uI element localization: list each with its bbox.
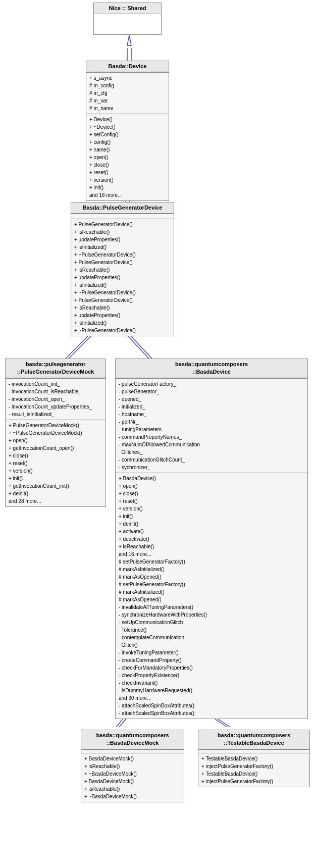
basda-device-methods: + Device() + ~Device() + setConfig() + c… — [86, 114, 169, 200]
basda-qc-device-attrs: - pulseGeneratorFactory_ - pulseGenerato… — [116, 378, 307, 473]
basda-qc-testable-box: basda::quantumcomposers::TestableBasdaDe… — [198, 730, 310, 787]
basda-qc-mock-empty — [81, 749, 184, 753]
basda-qc-device-box: basda::quantumcomposers::BasdaDevice - p… — [115, 359, 308, 719]
basda-qc-mock-methods: + BasdaDeviceMock() + isReachable() + ~B… — [81, 753, 184, 802]
basda-qc-testable-title: basda::quantumcomposers::TestableBasdaDe… — [198, 730, 309, 749]
basda-device-box: Basda::Device + s_async # m_config # m_c… — [86, 61, 169, 201]
pulse-gen-mock-box: basda::pulsegenerator::PulseGeneratorDev… — [5, 359, 106, 507]
svg-line-11 — [128, 333, 152, 359]
svg-line-8 — [69, 333, 94, 359]
basda-qc-mock-title: basda::quantumcomposers::BasdaDeviceMock — [81, 730, 184, 749]
svg-line-7 — [66, 333, 91, 359]
nice-shared-title: Nice :: Shared — [94, 3, 161, 14]
basda-qc-mock-box: basda::quantumcomposers::BasdaDeviceMock… — [81, 730, 184, 802]
basda-pulse-gen-title: Basda::PulseGeneratorDevice — [71, 202, 174, 214]
pulse-gen-mock-title: basda::pulsegenerator::PulseGeneratorDev… — [6, 359, 106, 378]
basda-pulse-gen-box: Basda::PulseGeneratorDevice + PulseGener… — [71, 202, 174, 336]
svg-line-10 — [125, 333, 149, 359]
uml-diagram: Nice :: Shared Basda::Device + s_async #… — [0, 0, 315, 868]
pulse-gen-mock-methods: + PulseGeneratorDeviceMock() + ~PulseGen… — [6, 420, 106, 506]
basda-pulse-gen-methods: + PulseGeneratorDevice() + isReachable()… — [71, 219, 174, 336]
nice-shared-box: Nice :: Shared — [93, 3, 162, 35]
svg-marker-3 — [127, 35, 131, 45]
pulse-gen-mock-attrs: - invocationCount_init_ - invocationCoun… — [6, 378, 106, 420]
basda-qc-device-methods: + BasdaDevice() + open() + close() + res… — [116, 473, 307, 719]
basda-pulse-gen-empty — [71, 214, 174, 219]
basda-device-title: Basda::Device — [86, 61, 169, 72]
basda-qc-testable-methods: + TestableBasdaDevice() + injectPulseGen… — [198, 753, 309, 787]
basda-qc-device-title: basda::quantumcomposers::BasdaDevice — [116, 359, 307, 378]
basda-qc-testable-empty — [198, 749, 309, 753]
basda-device-attrs: + s_async # m_config # m_cfg # m_var # m… — [86, 72, 169, 114]
